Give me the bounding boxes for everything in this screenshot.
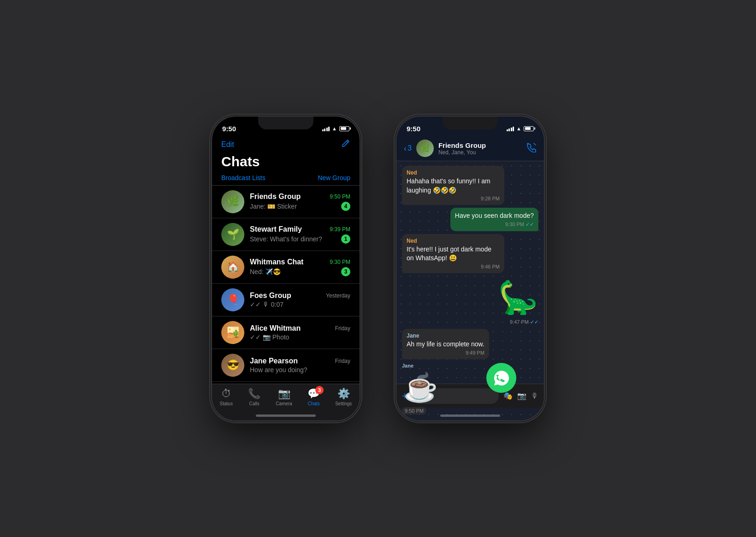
wifi-icon: ▲	[332, 126, 337, 131]
battery-fill	[341, 127, 347, 130]
sticker-time-sent: 9:47 PM ✓✓	[497, 319, 538, 325]
avatar-whitmans-chat: 🏠	[221, 256, 244, 279]
avatar-foes-group: 🎈	[221, 288, 244, 311]
message-sent-1: Have you seen dark mode? 9:30 PM ✓✓	[450, 208, 538, 231]
tab-status[interactable]: ⏱ Status	[220, 388, 233, 406]
dino-sticker: 🦕	[497, 277, 538, 318]
back-button[interactable]: ‹ 3	[404, 144, 412, 153]
group-subtitle: Ned, Jane, You	[438, 149, 522, 156]
chat-bottom-jane: How are you doing?	[250, 366, 350, 374]
chat-item-foes-group[interactable]: 🎈 Foes Group Yesterday ✓✓ 🎙 0:07	[212, 284, 360, 316]
camera-tab-icon: 📷	[278, 388, 290, 400]
chat-time-friends: 9:50 PM	[330, 193, 350, 200]
tab-camera[interactable]: 📷 Camera	[276, 388, 292, 406]
tab-settings[interactable]: ⚙️ Settings	[335, 388, 352, 406]
chat-item-friends-group[interactable]: 🌿 Friends Group 9:50 PM Jane: 🎫 Sticker …	[212, 186, 360, 218]
sender-ned-2: Ned	[407, 238, 500, 244]
chats-nav: Edit	[212, 137, 360, 154]
battery-icon	[339, 126, 349, 131]
tick-sticker: ✓✓	[530, 319, 538, 325]
back-count: 3	[408, 144, 412, 152]
group-name: Friends Group	[438, 141, 522, 149]
sticker-dino-msg: 🦕 9:47 PM ✓✓	[497, 277, 538, 325]
chat-bottom-foes: ✓✓ 🎙 0:07	[250, 301, 350, 308]
chat-name-jane: Jane Pearson	[250, 357, 298, 365]
chat-name-foes: Foes Group	[250, 292, 291, 300]
chat-info-friends: Friends Group 9:50 PM Jane: 🎫 Sticker 4	[250, 193, 350, 211]
chat-preview-jane: How are you doing?	[250, 366, 307, 374]
mic-input-icon[interactable]: 🎙	[531, 392, 538, 400]
message-ned-2: Ned It's here!! I just got dark mode on …	[402, 234, 504, 273]
group-avatar: 🌿	[416, 140, 434, 157]
status-bar-1: 9:50 ▲	[212, 117, 360, 137]
chat-badge-friends: 4	[341, 202, 350, 211]
chat-top-jane: Jane Pearson Friday	[250, 357, 350, 365]
phone-chat-view: 9:50 ▲ ‹ 3	[396, 117, 544, 420]
chat-top-whitmans: Whitmans Chat 9:30 PM	[250, 258, 350, 266]
settings-tab-icon: ⚙️	[337, 388, 350, 400]
msg-time-sent-1: 9:30 PM ✓✓	[455, 222, 534, 228]
chat-time-alice: Friday	[335, 325, 350, 332]
msg-time-ned-2: 9:46 PM	[407, 264, 500, 269]
settings-tab-label: Settings	[335, 401, 352, 406]
status-tab-label: Status	[220, 401, 233, 406]
edit-button[interactable]: Edit	[221, 140, 234, 149]
back-chevron-icon: ‹	[404, 144, 407, 153]
avatar-jane-pearson: 😎	[221, 354, 244, 377]
whatsapp-icon	[493, 369, 510, 387]
bar4b	[513, 127, 514, 131]
chat-info-alice: Alice Whitman Friday ✓✓ 📷 Photo	[250, 324, 350, 341]
message-jane-1: Jane Ah my life is complete now. 9:49 PM	[402, 329, 489, 359]
chat-header: ‹ 3 🌿 Friends Group Ned, Jane, You	[396, 137, 544, 161]
chat-bottom-alice: ✓✓ 📷 Photo	[250, 333, 350, 341]
chat-preview-stewart: Steve: What's for dinner?	[250, 235, 322, 243]
chat-top-stewart: Stewart Family 9:39 PM	[250, 225, 350, 233]
status-icons-2: ▲	[507, 126, 534, 131]
home-indicator-1	[256, 414, 316, 417]
chat-item-jane-pearson[interactable]: 😎 Jane Pearson Friday How are you doing?	[212, 349, 360, 382]
chat-top-foes: Foes Group Yesterday	[250, 292, 350, 300]
chat-badge-whitmans: 3	[341, 267, 350, 276]
time-1: 9:50	[222, 125, 236, 133]
chat-preview-alice: ✓✓ 📷 Photo	[250, 333, 289, 341]
phone1-screen: 9:50 ▲ Edit	[212, 117, 360, 420]
avatar-stewart-family: 🌱	[221, 223, 244, 246]
chat-name-alice: Alice Whitman	[250, 324, 301, 333]
msg-time-ned-1: 9:28 PM	[407, 196, 500, 201]
tab-chats[interactable]: 💬 3 Chats	[307, 388, 320, 406]
page-title: Chats	[212, 154, 360, 174]
chat-name-friends: Friends Group	[250, 193, 301, 201]
chat-time-stewart: 9:39 PM	[330, 226, 350, 233]
status-tab-icon: ⏱	[221, 388, 231, 400]
tab-calls[interactable]: 📞 Calls	[248, 388, 260, 406]
chat-top-alice: Alice Whitman Friday	[250, 324, 350, 333]
chat-badge-stewart: 1	[341, 234, 350, 244]
chat-name-stewart: Stewart Family	[250, 225, 302, 233]
status-bar-2: 9:50 ▲	[396, 117, 544, 137]
chat-preview-foes: ✓✓ 🎙 0:07	[250, 301, 284, 308]
whatsapp-circle	[486, 363, 516, 393]
compose-button[interactable]	[341, 139, 350, 150]
chat-item-alice-whitman[interactable]: 🏜️ Alice Whitman Friday ✓✓ 📷 Photo	[212, 316, 360, 349]
chat-time-jane: Friday	[335, 358, 350, 364]
new-group-button[interactable]: New Group	[318, 174, 350, 181]
chat-item-whitmans-chat[interactable]: 🏠 Whitmans Chat 9:30 PM Ned: ✈️😎 3	[212, 251, 360, 284]
avatar-friends-group: 🌿	[221, 190, 244, 213]
bar2b	[508, 128, 510, 131]
signal-icon	[322, 126, 330, 131]
status-icons-1: ▲	[322, 126, 349, 131]
camera-input-icon[interactable]: 📷	[517, 391, 526, 400]
chat-item-stewart-family[interactable]: 🌱 Stewart Family 9:39 PM Steve: What's f…	[212, 218, 360, 251]
whatsapp-logo	[486, 363, 516, 393]
chat-info-whitmans: Whitmans Chat 9:30 PM Ned: ✈️😎 3	[250, 258, 350, 276]
msg-time-jane-1: 9:49 PM	[407, 350, 484, 356]
calls-tab-icon: 📞	[248, 388, 260, 400]
calls-tab-label: Calls	[249, 401, 259, 406]
broadcast-lists-button[interactable]: Broadcast Lists	[221, 174, 266, 181]
msg-text-ned-1: Hahaha that's so funny!! I am laughing 🤣…	[407, 177, 500, 195]
wifi-icon-2: ▲	[516, 126, 521, 131]
battery-icon-2	[524, 126, 534, 131]
call-button[interactable]	[526, 142, 537, 155]
group-info[interactable]: Friends Group Ned, Jane, You	[438, 141, 522, 156]
bar1	[322, 129, 324, 131]
